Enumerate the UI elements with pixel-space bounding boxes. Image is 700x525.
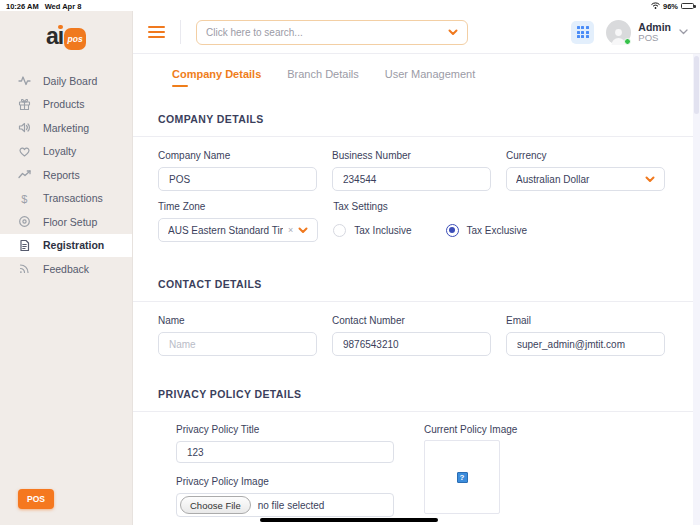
broken-image-icon: ? <box>457 472 468 483</box>
chevron-down-icon <box>448 29 458 36</box>
sidebar-item-transactions[interactable]: $ Transactions <box>0 187 132 211</box>
tax-exclusive-radio[interactable]: Tax Exclusive <box>446 224 528 237</box>
scrollbar[interactable] <box>693 54 700 525</box>
sidebar-item-label: Products <box>43 98 84 110</box>
contact-details-heading: CONTACT DETAILS <box>133 278 700 290</box>
privacy-title-label: Privacy Policy Title <box>176 424 394 435</box>
wifi-icon <box>651 2 660 11</box>
tab-label: User Management <box>385 68 476 80</box>
document-icon <box>18 239 31 252</box>
tab-branch-details[interactable]: Branch Details <box>287 68 359 87</box>
choose-file-button[interactable]: Choose File <box>180 496 251 514</box>
ios-status-bar: 10:26 AM Wed Apr 8 96% <box>0 0 700 11</box>
search-input[interactable]: Click here to search... <box>196 20 468 45</box>
dollar-icon: $ <box>18 192 31 205</box>
tax-exclusive-label: Tax Exclusive <box>467 225 528 236</box>
sidebar-item-label: Registration <box>43 239 104 251</box>
tax-inclusive-label: Tax Inclusive <box>354 225 411 236</box>
status-time: 10:26 AM <box>6 2 39 11</box>
svg-text:$: $ <box>21 192 27 204</box>
battery-icon <box>681 3 694 9</box>
email-input[interactable] <box>506 332 665 356</box>
business-number-input[interactable] <box>332 167 491 191</box>
time-zone-label: Time Zone <box>158 201 318 212</box>
section-divider <box>133 301 693 302</box>
privacy-image-file-input[interactable]: Choose File no file selected <box>176 493 394 517</box>
radio-unselected-icon <box>333 224 346 237</box>
sidebar-item-registration[interactable]: Registration <box>0 234 132 258</box>
file-status-text: no file selected <box>258 500 325 511</box>
sidebar-item-reports[interactable]: Reports <box>0 163 132 187</box>
current-policy-image-box: ? <box>424 440 500 514</box>
sidebar-item-label: Transactions <box>43 192 103 204</box>
sidebar-item-loyalty[interactable]: Loyalty <box>0 140 132 164</box>
logo-pos-badge: pos <box>64 28 86 50</box>
sidebar-item-label: Marketing <box>43 122 89 134</box>
signal-icon <box>18 262 31 275</box>
tax-settings-label: Tax Settings <box>333 201 665 212</box>
user-menu-chevron-icon[interactable] <box>679 29 688 35</box>
status-date: Wed Apr 8 <box>45 2 82 11</box>
radio-selected-icon <box>446 224 459 237</box>
sidebar-item-marketing[interactable]: Marketing <box>0 116 132 140</box>
contact-name-label: Name <box>158 315 317 326</box>
email-field: Email <box>506 315 665 356</box>
tax-inclusive-radio[interactable]: Tax Inclusive <box>333 224 411 237</box>
pos-button[interactable]: POS <box>18 489 54 509</box>
activity-icon <box>18 74 31 87</box>
contact-number-label: Contact Number <box>332 315 491 326</box>
business-number-label: Business Number <box>332 150 491 161</box>
tab-user-management[interactable]: User Management <box>385 68 476 87</box>
home-indicator[interactable] <box>260 518 438 523</box>
search-placeholder: Click here to search... <box>206 27 442 38</box>
time-zone-select[interactable]: AUS Eastern Standard Time (Austral × <box>158 218 318 242</box>
online-status-dot <box>624 38 631 45</box>
section-divider <box>133 136 693 137</box>
company-name-field: Company Name <box>158 150 317 191</box>
content-area: Company Details Branch Details User Mana… <box>133 54 700 525</box>
privacy-image-label: Privacy Policy Image <box>176 476 394 487</box>
sidebar-item-label: Loyalty <box>43 145 76 157</box>
avatar[interactable] <box>606 20 631 45</box>
currency-value: Australian Dollar <box>516 174 640 185</box>
apps-grid-icon[interactable] <box>571 21 594 44</box>
scrollbar-thumb[interactable] <box>694 56 699 114</box>
clear-icon[interactable]: × <box>288 226 293 235</box>
topbar: Click here to search... Admin POS <box>133 11 700 54</box>
heart-icon <box>18 145 31 158</box>
sidebar-item-label: Feedback <box>43 263 89 275</box>
sidebar-item-daily-board[interactable]: Daily Board <box>0 69 132 93</box>
contact-number-input[interactable] <box>332 332 491 356</box>
currency-label: Currency <box>506 150 665 161</box>
company-name-label: Company Name <box>158 150 317 161</box>
currency-select[interactable]: Australian Dollar <box>506 167 665 191</box>
logo-i-dot <box>58 25 63 30</box>
topbar-divider <box>180 20 181 44</box>
email-label: Email <box>506 315 665 326</box>
hamburger-menu-icon[interactable] <box>148 26 165 39</box>
contact-number-field: Contact Number <box>332 315 491 356</box>
active-tab-underline <box>172 85 188 87</box>
privacy-policy-heading: PRIVACY POLICY DETAILS <box>133 388 700 400</box>
tax-settings-radio-group: Tax Inclusive Tax Exclusive <box>333 218 665 242</box>
contact-name-input[interactable] <box>158 332 317 356</box>
time-zone-field: Time Zone AUS Eastern Standard Time (Aus… <box>158 201 318 242</box>
sidebar-item-floor-setup[interactable]: Floor Setup <box>0 210 132 234</box>
screen: 10:26 AM Wed Apr 8 96% aı pos Daily Boar… <box>0 0 700 525</box>
privacy-title-input[interactable] <box>176 441 394 463</box>
tab-company-details[interactable]: Company Details <box>172 68 261 87</box>
company-name-input[interactable] <box>158 167 317 191</box>
chevron-down-icon <box>645 176 655 183</box>
sidebar: aı pos Daily Board Products Marketing <box>0 11 133 525</box>
user-info: Admin POS <box>638 21 671 44</box>
sidebar-nav: Daily Board Products Marketing Loyalty R… <box>0 61 132 281</box>
sidebar-item-products[interactable]: Products <box>0 93 132 117</box>
tax-settings-field: Tax Settings Tax Inclusive Tax Exclusive <box>333 201 665 242</box>
megaphone-icon <box>18 121 31 134</box>
sidebar-item-feedback[interactable]: Feedback <box>0 257 132 281</box>
time-zone-value: AUS Eastern Standard Time (Austral <box>168 225 283 236</box>
trend-icon <box>18 168 31 181</box>
current-policy-image-block: Current Policy Image ? <box>424 424 517 517</box>
contact-name-field: Name <box>158 315 317 356</box>
sidebar-item-label: Daily Board <box>43 75 97 87</box>
